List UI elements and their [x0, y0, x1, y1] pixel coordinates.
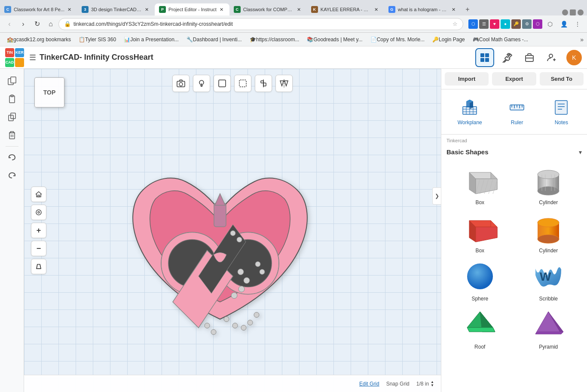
- user-avatar[interactable]: K: [566, 50, 582, 65]
- shape-pyramid[interactable]: Pyramid: [517, 307, 581, 350]
- tab-close-project[interactable]: ✕: [218, 6, 225, 13]
- add-person-button[interactable]: [542, 48, 561, 67]
- tab-close-kaylee[interactable]: ✕: [373, 6, 380, 13]
- svg-point-53: [248, 320, 253, 325]
- align-button[interactable]: [255, 75, 272, 92]
- shape-cylinder-grey[interactable]: Cylinder: [517, 162, 581, 205]
- ext-icon-6[interactable]: ⚙: [522, 19, 532, 29]
- address-bar[interactable]: 🔒 tinkercad.com/things/dYS3cY2zmSm-tinke…: [58, 18, 463, 30]
- duplicate-button[interactable]: [3, 72, 21, 89]
- shape-sphere-label: Sphere: [471, 296, 488, 302]
- view-cube[interactable]: TOP: [34, 77, 69, 112]
- send-to-button[interactable]: Send To: [540, 72, 584, 86]
- shape-box-grey[interactable]: Box: [448, 162, 512, 205]
- svg-point-28: [36, 210, 41, 215]
- snap-grid-bar: Edit Grid Snap Grid 1/8 in ▲ ▼: [24, 375, 441, 392]
- ext-icon-1[interactable]: ⬡: [468, 19, 478, 29]
- reload-button[interactable]: ↻: [31, 18, 43, 30]
- shape-scribble[interactable]: W Scribble: [517, 259, 581, 302]
- profile-button[interactable]: 👤: [558, 18, 570, 30]
- zoom-out-button[interactable]: −: [31, 241, 46, 256]
- shape-roof[interactable]: Roof: [448, 307, 512, 350]
- shape-button[interactable]: [214, 75, 231, 92]
- ext-icon-5[interactable]: 🔑: [511, 19, 521, 29]
- bookmark-goodreads[interactable]: 📚 Goodreads | Meet y...: [303, 34, 366, 45]
- mirror-button[interactable]: [275, 75, 293, 92]
- projects-button[interactable]: [520, 48, 539, 67]
- bookmark-icon-login: 🔑: [432, 37, 439, 43]
- shape-cylinder-orange[interactable]: Cylinder: [517, 211, 581, 254]
- shape-sphere-blue[interactable]: Sphere: [448, 259, 512, 302]
- window-minimize[interactable]: [562, 9, 568, 15]
- zoom-in-button[interactable]: +: [31, 223, 46, 238]
- view-cube-face[interactable]: TOP: [34, 77, 64, 107]
- view-cube-label: TOP: [43, 89, 56, 96]
- snap-grid-stepper[interactable]: ▲ ▼: [431, 380, 434, 387]
- export-button[interactable]: Export: [492, 72, 536, 86]
- fit-view-button[interactable]: [31, 205, 46, 220]
- tab-kaylee[interactable]: K KAYLEE ERRERA - STEM... ✕: [307, 3, 384, 15]
- delete-button[interactable]: [3, 126, 21, 144]
- extensions-button[interactable]: ⬡: [544, 18, 556, 30]
- bookmark-copy[interactable]: 📄 Copy of Mrs. Morle...: [367, 34, 428, 45]
- tab-project[interactable]: P Project Editor - Instruct ✕: [155, 3, 229, 15]
- tab-close-art[interactable]: ✕: [66, 6, 73, 13]
- tab-classwork2[interactable]: C Classwork for COMPUT... ✕: [229, 3, 307, 15]
- ruler-button[interactable]: Ruler: [504, 95, 530, 129]
- bookmark-join[interactable]: 📊 Join a Presentation...: [120, 34, 182, 45]
- shape-box-red[interactable]: Box: [448, 211, 512, 254]
- undo-button[interactable]: [3, 149, 21, 166]
- bookmark-gcasdk[interactable]: 🏫 gcasdk12.org bookmarks: [3, 34, 74, 45]
- window-restore[interactable]: [570, 9, 576, 15]
- tools-button[interactable]: [498, 48, 517, 67]
- import-button[interactable]: Import: [445, 72, 489, 86]
- redo-button[interactable]: [3, 167, 21, 184]
- snap-down-arrow[interactable]: ▼: [431, 384, 434, 387]
- notes-button[interactable]: Notes: [548, 95, 574, 129]
- home-view-button[interactable]: [31, 187, 46, 202]
- bookmark-dashboard[interactable]: 🔧 Dashboard | Inventi...: [183, 34, 245, 45]
- view-3d-button[interactable]: [475, 48, 494, 67]
- browser-menu-button[interactable]: ⋮: [572, 18, 584, 30]
- bookmark-icon-tyler: 📋: [79, 37, 85, 43]
- forward-button[interactable]: ›: [17, 18, 29, 30]
- logo-cell-tin: TIN: [5, 48, 14, 57]
- perspective-button[interactable]: [31, 259, 46, 274]
- bookmark-star-icon[interactable]: ☆: [452, 21, 458, 27]
- tab-tinkercad[interactable]: 3 3D design TinkerCAD-... ✕: [77, 3, 155, 15]
- tab-close-tinkercad[interactable]: ✕: [144, 6, 150, 13]
- panel-collapse-button[interactable]: ❯: [432, 187, 441, 205]
- hamburger-menu-button[interactable]: ☰: [29, 53, 36, 62]
- bookmark-label-login: Login Page: [439, 37, 465, 43]
- window-close[interactable]: [578, 9, 584, 15]
- design-canvas-object[interactable]: [108, 147, 332, 346]
- bookmark-classroom[interactable]: 🎓 https://classroom...: [246, 34, 303, 45]
- ext-icon-4[interactable]: ●: [501, 19, 510, 29]
- ext-icon-2[interactable]: ☰: [479, 19, 489, 29]
- tab-bar: C Classwork for Art 8 Pe... ✕ 3 3D desig…: [0, 0, 587, 15]
- bookmark-login[interactable]: 🔑 Login Page: [429, 34, 468, 45]
- tab-close-google[interactable]: ✕: [450, 6, 457, 13]
- bookmark-tyler[interactable]: 📋 Tyler SIS 360: [75, 34, 119, 45]
- edit-grid-label[interactable]: Edit Grid: [359, 381, 379, 387]
- tab-close-classwork2[interactable]: ✕: [296, 6, 303, 13]
- ext-icon-7[interactable]: ⬡: [533, 19, 542, 29]
- workplane-button[interactable]: Workplane: [454, 95, 486, 129]
- back-button[interactable]: ‹: [3, 18, 15, 30]
- svg-rect-25: [263, 83, 266, 86]
- copy-button[interactable]: [3, 108, 21, 126]
- new-tab-button[interactable]: +: [462, 3, 474, 15]
- hole-button[interactable]: [234, 75, 251, 92]
- shapes-chevron-icon[interactable]: ▾: [579, 149, 582, 156]
- home-button[interactable]: ⌂: [45, 18, 57, 30]
- bulb-button[interactable]: [193, 75, 210, 92]
- paste-button[interactable]: [3, 90, 21, 107]
- camera-button[interactable]: [172, 75, 190, 92]
- bookmark-coolmath[interactable]: 🎮 Cool Math Games -...: [469, 34, 532, 45]
- bookmarks-more-button[interactable]: »: [580, 36, 584, 43]
- tab-art[interactable]: C Classwork for Art 8 Pe... ✕: [0, 3, 77, 15]
- canvas-area[interactable]: TOP: [24, 69, 441, 392]
- ext-icon-3[interactable]: ♥: [490, 19, 499, 29]
- tinkercad-logo[interactable]: TIN KER CAD: [5, 48, 24, 67]
- tab-google[interactable]: G what is a hologram - Go... ✕: [384, 3, 462, 15]
